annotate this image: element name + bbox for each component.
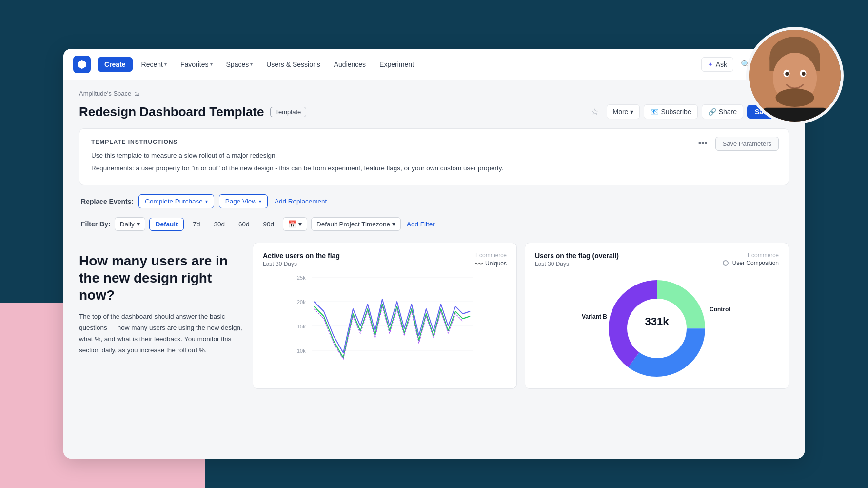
intro-heading: How many users are in the new design rig…: [79, 252, 245, 304]
avatar: [746, 27, 844, 124]
breadcrumb-link[interactable]: Amplitude's Space: [79, 90, 131, 97]
timezone-dropdown[interactable]: Default Project Timezone ▾: [311, 217, 401, 231]
navbar: Create Recent ▾ Favorites ▾ Spaces ▾ Use…: [63, 49, 805, 80]
nav-link-experiment[interactable]: Experiment: [375, 58, 419, 71]
chevron-down-icon: ▾: [164, 61, 167, 67]
donut-chart: 331k Variant B Control: [535, 272, 779, 380]
chevron-down-icon: ▾: [259, 199, 261, 204]
period-7d[interactable]: 7d: [188, 218, 205, 230]
chevron-down-icon: ▾: [630, 108, 633, 116]
period-30d[interactable]: 30d: [209, 218, 230, 230]
filter-row: Filter By: Daily ▾ Default 7d 30d 60d 90…: [79, 217, 789, 231]
chart-subtitle: Last 30 Days: [535, 261, 619, 267]
chevron-down-icon: ▾: [298, 220, 302, 228]
svg-text:Control: Control: [710, 306, 730, 313]
more-options-button[interactable]: •••: [695, 138, 710, 150]
instructions-line1: Use this template to measure a slow roll…: [91, 150, 777, 161]
donut-chart-svg: 331k Variant B Control: [579, 272, 735, 380]
chart-header: Active users on the flag Last 30 Days Ec…: [263, 252, 507, 267]
logo-button[interactable]: [73, 56, 91, 73]
page-title: Redesign Dashboard Template: [79, 104, 264, 120]
svg-text:20k: 20k: [297, 299, 306, 305]
frequency-dropdown[interactable]: Daily ▾: [115, 217, 145, 231]
dashboard-row: How many users are in the new design rig…: [79, 243, 789, 389]
svg-text:Variant B: Variant B: [582, 313, 607, 320]
more-button[interactable]: More ▾: [607, 104, 640, 119]
instructions-title: TEMPLATE INSTRUCTIONS: [91, 139, 777, 145]
svg-text:331k: 331k: [645, 315, 670, 327]
chevron-down-icon: ▾: [205, 199, 208, 204]
filter-by-label: Filter By:: [81, 220, 111, 228]
save-parameters-button[interactable]: Save Parameters: [715, 137, 779, 151]
ask-button[interactable]: ✦ Ask: [701, 57, 733, 72]
nav-item-spaces[interactable]: Spaces ▾: [221, 58, 258, 71]
users-flag-chart-card: Users on the flag (overall) Last 30 Days…: [525, 243, 789, 389]
user-composition-icon: [723, 260, 729, 266]
nav-link-audiences[interactable]: Audiences: [329, 58, 371, 71]
favorite-button[interactable]: ☆: [587, 104, 603, 120]
svg-text:15k: 15k: [297, 324, 306, 329]
intro-text-block: How many users are in the new design rig…: [79, 243, 245, 366]
chevron-down-icon: ▾: [210, 61, 213, 67]
instructions-actions: ••• Save Parameters: [695, 137, 779, 151]
add-filter-button[interactable]: Add Filter: [405, 218, 437, 230]
chart-metric-type: User Composition: [723, 260, 779, 266]
svg-point-8: [776, 88, 814, 107]
active-users-chart-card: Active users on the flag Last 30 Days Ec…: [253, 243, 517, 389]
replace-events-label: Replace Events:: [81, 198, 134, 205]
main-card: Create Recent ▾ Favorites ▾ Spaces ▾ Use…: [63, 49, 805, 459]
folder-icon: 🗂: [134, 90, 140, 97]
svg-point-6: [785, 72, 789, 76]
svg-text:25k: 25k: [297, 275, 306, 281]
chevron-down-icon: ▾: [250, 61, 253, 67]
add-replacement-button[interactable]: Add Replacement: [273, 195, 329, 208]
chart-category: Ecommerce: [723, 252, 779, 259]
period-90d[interactable]: 90d: [258, 218, 279, 230]
replace-events-row: Replace Events: Complete Purchase ▾ Page…: [79, 194, 789, 208]
calendar-icon: 📅: [288, 220, 296, 228]
template-badge: Template: [270, 107, 307, 117]
uniques-icon: 〰️: [475, 260, 483, 267]
period-60d[interactable]: 60d: [234, 218, 255, 230]
chevron-down-icon: ▾: [392, 220, 395, 228]
chart-metric-type: 〰️ Uniques: [475, 260, 507, 267]
breadcrumb: Amplitude's Space 🗂: [79, 90, 789, 97]
page-content: Amplitude's Space 🗂 Redesign Dashboard T…: [63, 80, 805, 459]
subscribe-icon: 📧: [650, 108, 658, 116]
nav-item-favorites[interactable]: Favorites ▾: [176, 58, 217, 71]
intro-body: The top of the dashboard should answer t…: [79, 311, 245, 356]
instructions-card: TEMPLATE INSTRUCTIONS Use this template …: [79, 128, 789, 185]
chart-title: Users on the flag (overall): [535, 252, 619, 260]
svg-text:10k: 10k: [297, 348, 306, 354]
nav-link-users-sessions[interactable]: Users & Sessions: [261, 58, 325, 71]
share-button[interactable]: 🔗 Share: [702, 104, 743, 119]
subscribe-button[interactable]: 📧 Subscribe: [644, 104, 697, 119]
nav-item-recent[interactable]: Recent ▾: [137, 58, 172, 71]
chevron-down-icon: ▾: [137, 220, 140, 228]
calendar-dropdown[interactable]: 📅 ▾: [283, 217, 307, 231]
default-filter-tag[interactable]: Default: [149, 218, 184, 231]
instructions-line2: Requirements: a user property for "in or…: [91, 163, 777, 174]
sparkle-icon: ✦: [708, 61, 713, 68]
chart-subtitle: Last 30 Days: [263, 261, 340, 267]
page-view-dropdown[interactable]: Page View ▾: [219, 194, 268, 208]
line-chart-svg: 25k 20k 15k 10k: [263, 272, 507, 370]
link-icon: 🔗: [708, 108, 716, 116]
svg-point-7: [802, 72, 806, 76]
chart-header: Users on the flag (overall) Last 30 Days…: [535, 252, 779, 267]
chart-category: Ecommerce: [475, 252, 507, 259]
chart-title: Active users on the flag: [263, 252, 340, 260]
complete-purchase-dropdown[interactable]: Complete Purchase ▾: [138, 194, 214, 208]
page-header: Redesign Dashboard Template Template ☆ M…: [79, 104, 789, 120]
line-chart: 25k 20k 15k 10k: [263, 272, 507, 372]
title-row: Redesign Dashboard Template Template: [79, 104, 306, 120]
create-button[interactable]: Create: [98, 57, 133, 72]
